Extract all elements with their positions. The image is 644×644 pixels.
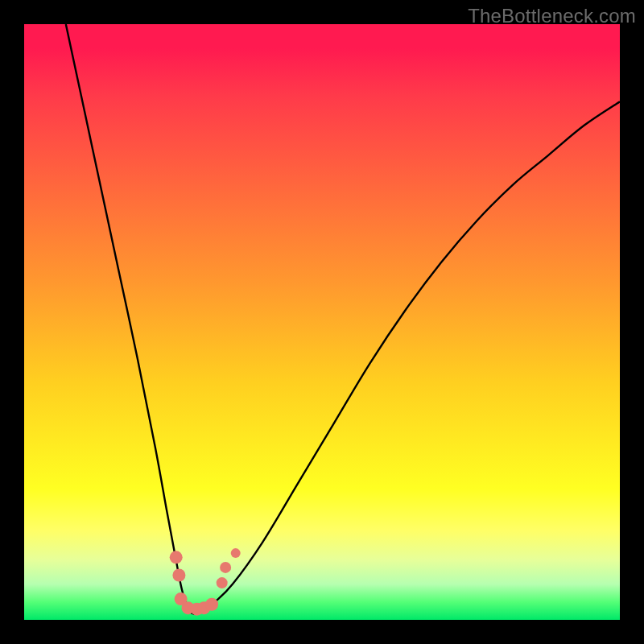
- data-marker: [217, 577, 228, 588]
- data-marker: [205, 598, 218, 611]
- data-marker: [231, 548, 241, 558]
- data-marker: [170, 551, 183, 564]
- data-marker: [172, 569, 185, 582]
- chart-frame: TheBottleneck.com: [0, 0, 644, 644]
- markers-svg: [24, 24, 620, 620]
- plot-area: [24, 24, 620, 620]
- watermark-text: TheBottleneck.com: [468, 5, 636, 27]
- data-marker: [220, 562, 231, 573]
